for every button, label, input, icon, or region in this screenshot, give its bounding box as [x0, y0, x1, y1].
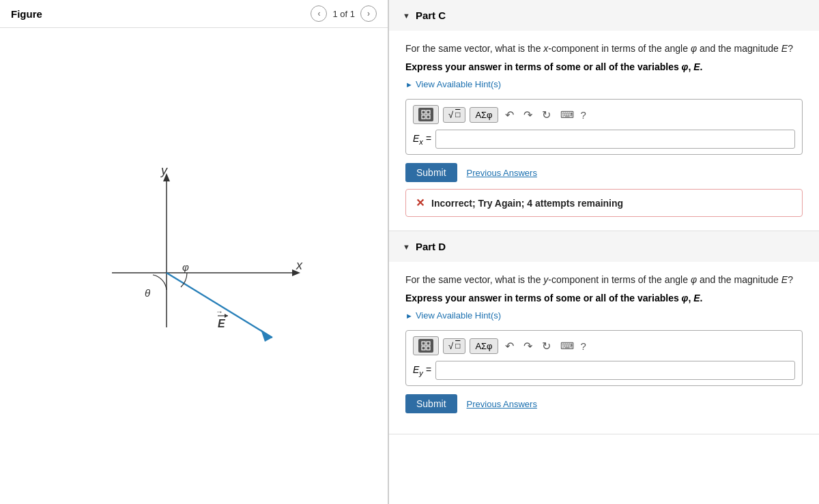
part-c-answer-input[interactable]	[435, 130, 795, 149]
part-d-instruction: Express your answer in terms of some or …	[405, 293, 803, 303]
part-c-instruction: Express your answer in terms of some or …	[405, 61, 803, 72]
part-d-body: For the same vector, what is the y-compo…	[389, 262, 819, 434]
part-c-feedback-text: Incorrect; Try Again; 4 attempts remaini…	[431, 198, 623, 209]
reset-button[interactable]: ↻	[539, 107, 554, 123]
figure-header: Figure ‹ 1 of 1 ›	[0, 0, 388, 28]
part-c-title: Part C	[416, 10, 446, 21]
figure-area: y x θ φ E →	[0, 28, 388, 504]
part-d-help-icon[interactable]: ?	[581, 340, 586, 352]
part-c-previous-answers-link[interactable]: Previous Answers	[467, 168, 537, 178]
part-c-submit-button[interactable]: Submit	[405, 163, 457, 182]
part-d-title: Part D	[416, 241, 446, 252]
left-panel: Figure ‹ 1 of 1 › y x	[0, 0, 389, 504]
svg-marker-12	[225, 314, 228, 318]
feedback-x-icon: ✕	[416, 196, 425, 209]
next-button[interactable]: ›	[360, 5, 377, 22]
part-d-input-label: Ey =	[413, 364, 431, 377]
part-c-hint-text: View Available Hint(s)	[416, 79, 501, 89]
svg-text:x: x	[296, 258, 303, 272]
right-panel: ▼ Part C For the same vector, what is th…	[389, 0, 819, 504]
sqrt-icon-button[interactable]: √□	[443, 107, 465, 123]
svg-rect-16	[422, 115, 425, 119]
part-d-header[interactable]: ▼ Part D	[389, 231, 819, 262]
undo-button[interactable]: ↶	[502, 107, 517, 123]
part-d-question: For the same vector, what is the y-compo…	[405, 273, 803, 287]
svg-rect-18	[422, 342, 425, 345]
figure-title: Figure	[11, 8, 42, 20]
part-d-keyboard-button[interactable]: ⌨	[558, 339, 577, 353]
part-c-math-input-box: √□ ΑΣφ ↶ ↷ ↻ ⌨ ?	[405, 99, 803, 155]
part-d-submit-row: Submit Previous Answers	[405, 394, 803, 413]
svg-rect-15	[427, 110, 430, 114]
matrix-icon	[418, 108, 433, 121]
svg-text:E: E	[218, 318, 226, 329]
part-c-question: For the same vector, what is the x-compo…	[405, 42, 803, 56]
svg-rect-20	[422, 346, 425, 350]
part-c-hint-link[interactable]: ► View Available Hint(s)	[405, 79, 803, 89]
alpha-sigma-phi-button[interactable]: ΑΣφ	[470, 107, 498, 123]
part-c-math-toolbar: √□ ΑΣφ ↶ ↷ ↻ ⌨ ?	[413, 105, 795, 124]
nav-label: 1 of 1	[332, 9, 355, 19]
part-d-reset-button[interactable]: ↻	[539, 338, 554, 354]
svg-rect-14	[422, 110, 425, 114]
part-c-input-row: Ex =	[413, 130, 795, 149]
part-d-math-toolbar: √□ ΑΣφ ↶ ↷ ↻ ⌨ ?	[413, 336, 795, 355]
part-d-submit-button[interactable]: Submit	[405, 394, 457, 413]
svg-text:→: →	[216, 308, 223, 316]
part-d-hint-link[interactable]: ► View Available Hint(s)	[405, 310, 803, 321]
part-d-sqrt-icon-button[interactable]: √□	[443, 338, 465, 354]
part-d-undo-button[interactable]: ↶	[502, 338, 517, 354]
part-c-hint-arrow-icon: ►	[405, 80, 413, 89]
redo-button[interactable]: ↷	[521, 107, 535, 123]
keyboard-button[interactable]: ⌨	[558, 108, 577, 121]
svg-text:y: y	[160, 164, 168, 177]
svg-text:θ: θ	[145, 287, 150, 299]
part-c-arrow: ▼	[403, 12, 410, 20]
part-d-math-input-box: √□ ΑΣφ ↶ ↷ ↻ ⌨ ? Ey =	[405, 330, 803, 386]
part-c-feedback-box: ✕ Incorrect; Try Again; 4 attempts remai…	[405, 189, 803, 217]
part-c-section: ▼ Part C For the same vector, what is th…	[389, 0, 819, 231]
part-c-submit-row: Submit Previous Answers	[405, 163, 803, 182]
part-c-header[interactable]: ▼ Part C	[389, 0, 819, 31]
part-d-arrow: ▼	[403, 243, 410, 251]
part-d-alpha-sigma-phi-button[interactable]: ΑΣφ	[470, 338, 498, 354]
part-d-alpha-sigma-phi-label: ΑΣφ	[475, 341, 492, 351]
part-d-hint-arrow-icon: ►	[405, 312, 413, 320]
part-d-answer-input[interactable]	[435, 361, 795, 380]
diagram-svg: y x θ φ E →	[85, 164, 303, 368]
svg-text:φ: φ	[182, 261, 189, 273]
alpha-sigma-phi-label: ΑΣφ	[475, 110, 492, 120]
part-d-section: ▼ Part D For the same vector, what is th…	[389, 231, 819, 434]
part-d-hint-text: View Available Hint(s)	[416, 310, 501, 321]
part-d-input-row: Ey =	[413, 361, 795, 380]
part-d-previous-answers-link[interactable]: Previous Answers	[467, 399, 537, 409]
svg-rect-17	[427, 115, 430, 119]
part-c-input-label: Ex =	[413, 133, 431, 146]
part-d-redo-button[interactable]: ↷	[521, 338, 535, 354]
part-d-matrix-icon	[418, 339, 433, 353]
svg-rect-19	[427, 342, 430, 345]
part-d-matrix-icon-button[interactable]	[413, 336, 439, 355]
nav-controls: ‹ 1 of 1 ›	[311, 5, 377, 22]
part-c-body: For the same vector, what is the x-compo…	[389, 31, 819, 231]
matrix-icon-button[interactable]	[413, 105, 439, 124]
svg-rect-21	[427, 346, 430, 350]
prev-button[interactable]: ‹	[311, 5, 327, 22]
help-icon[interactable]: ?	[581, 109, 586, 121]
